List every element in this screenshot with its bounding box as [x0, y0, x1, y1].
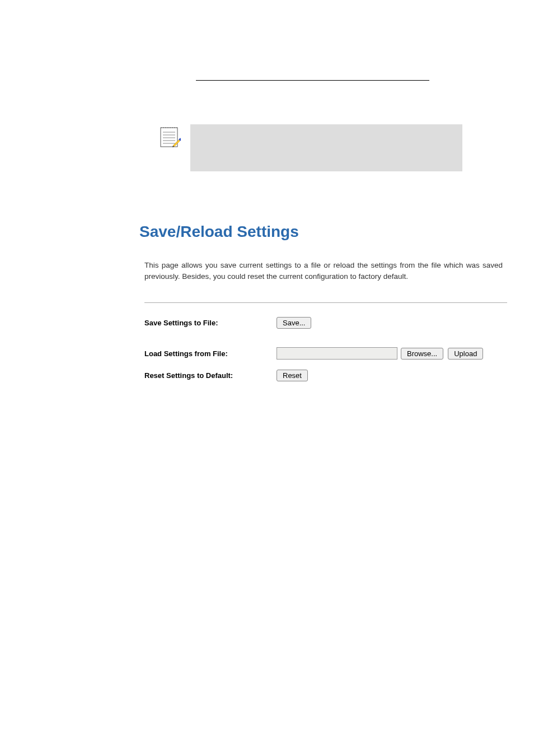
note-block	[190, 124, 462, 171]
file-path-input[interactable]	[277, 347, 397, 360]
page-title: Save/Reload Settings	[139, 223, 299, 241]
note-icon	[158, 124, 181, 149]
reset-row: Reset Settings to Default: Reset	[144, 370, 312, 381]
reset-label: Reset Settings to Default:	[144, 371, 277, 380]
separator	[144, 302, 507, 303]
save-button[interactable]: Save...	[277, 317, 311, 329]
load-label: Load Settings from File:	[144, 349, 277, 358]
page-description: This page allows you save current settin…	[144, 260, 503, 282]
save-row: Save Settings to File: Save...	[144, 317, 316, 329]
save-label: Save Settings to File:	[144, 319, 277, 327]
reset-button[interactable]: Reset	[277, 370, 308, 381]
upload-button[interactable]: Upload	[448, 348, 483, 360]
load-row: Load Settings from File: Browse... Uploa…	[144, 347, 488, 360]
header-underline	[196, 80, 429, 81]
browse-button[interactable]: Browse...	[401, 348, 443, 360]
